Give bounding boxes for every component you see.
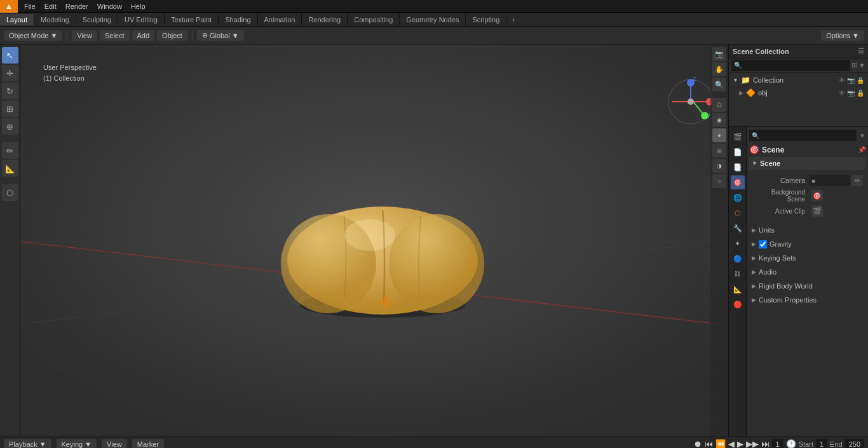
keying-sets-section[interactable]: ▶ Keying Sets: [749, 252, 865, 264]
menu-file[interactable]: File: [20, 1, 39, 11]
audio-section[interactable]: ▶ Audio: [749, 266, 865, 278]
menu-help[interactable]: Help: [127, 1, 149, 11]
tool-annotate[interactable]: ✏: [2, 142, 18, 159]
tab-uv-editing[interactable]: UV Editing: [118, 14, 165, 25]
tool-transform[interactable]: ⊕: [2, 118, 18, 135]
obj-lock-icon[interactable]: 🔒: [857, 90, 864, 97]
outliner-header: Scene Collection ☰: [729, 44, 868, 58]
props-render-icon[interactable]: 🎬: [731, 130, 745, 144]
camera-value[interactable]: ■: [809, 175, 850, 186]
outliner-filter-toggle[interactable]: ▼: [858, 62, 865, 69]
props-output-icon[interactable]: 📄: [731, 145, 745, 159]
obj-cam-icon[interactable]: 📷: [847, 90, 855, 97]
gravity-label: Gravity: [770, 240, 792, 248]
outliner-options-icon[interactable]: ⊞: [851, 61, 857, 69]
viewport-select-menu[interactable]: Select: [100, 31, 130, 41]
props-object-icon[interactable]: ⬡: [731, 206, 745, 220]
scene-section-header[interactable]: ▼ Scene: [749, 157, 865, 170]
end-value[interactable]: 250: [845, 439, 864, 449]
props-constraints-icon[interactable]: ⛓: [731, 267, 745, 281]
frame-current[interactable]: 1: [772, 439, 783, 449]
tool-measure[interactable]: 📐: [2, 160, 18, 177]
props-search-input[interactable]: 🔍: [749, 130, 857, 141]
tab-shading[interactable]: Shading: [219, 14, 257, 25]
props-material-icon[interactable]: 🔴: [731, 297, 745, 311]
tool-add-cube[interactable]: ⬡: [2, 184, 18, 201]
tab-geometry-nodes[interactable]: Geometry Nodes: [400, 14, 466, 25]
tab-scripting[interactable]: Scripting: [466, 14, 506, 25]
viewport-3d[interactable]: X Y Z User Perspective (1) Collection 📷 …: [20, 44, 728, 437]
viewport-add-menu[interactable]: Add: [132, 31, 155, 41]
play-btn[interactable]: ▶: [737, 439, 743, 448]
view-perspective-btn[interactable]: ⬡: [712, 98, 726, 112]
playback-menu[interactable]: Playback ▼: [4, 439, 51, 449]
view-render-btn[interactable]: ○: [712, 174, 726, 188]
menu-render[interactable]: Render: [62, 1, 92, 11]
view-wire-btn[interactable]: ◎: [712, 144, 726, 158]
transform-global[interactable]: ⊕ Global ▼: [197, 30, 244, 41]
view-camera-btn[interactable]: 📷: [712, 47, 726, 61]
jump-end-btn[interactable]: ⏭: [761, 439, 770, 448]
menu-window[interactable]: Window: [93, 1, 126, 11]
view-hand-btn[interactable]: ✋: [712, 62, 726, 76]
start-value[interactable]: 1: [816, 439, 827, 449]
options-button[interactable]: Options ▼: [821, 31, 864, 41]
record-btn[interactable]: ⏺: [694, 439, 702, 448]
custom-props-section[interactable]: ▶ Custom Properties: [749, 294, 865, 306]
props-world-icon[interactable]: 🌐: [731, 191, 745, 205]
keying-menu[interactable]: Keying ▼: [57, 439, 97, 449]
props-physics-icon[interactable]: 🔵: [731, 252, 745, 266]
tab-rendering[interactable]: Rendering: [302, 14, 348, 25]
background-scene-icon[interactable]: 🎯: [811, 190, 823, 201]
tab-animation[interactable]: Animation: [258, 14, 302, 25]
viewport-object-menu[interactable]: Object: [157, 31, 187, 41]
gravity-section[interactable]: ▶ Gravity: [749, 238, 865, 250]
viewport-view-menu[interactable]: View: [72, 31, 97, 41]
tool-cursor[interactable]: ↖: [2, 47, 18, 64]
units-section[interactable]: ▶ Units: [749, 224, 865, 236]
props-search-options[interactable]: ▼: [859, 132, 865, 139]
outliner-item-obj[interactable]: ▶ 🔶 obj 👁 📷 🔒: [729, 86, 868, 99]
props-sidebar: 🎬 📄 📑 🎯 🌐 ⬡ 🔧 ✦ 🔵 ⛓ 📐 🔴: [729, 127, 747, 437]
tool-scale[interactable]: ⊞: [2, 100, 18, 117]
tab-add[interactable]: +: [506, 14, 520, 25]
view-material-btn[interactable]: ◑: [712, 159, 726, 173]
view-local-btn[interactable]: ◉: [712, 113, 726, 127]
tab-sculpting[interactable]: Sculpting: [76, 14, 118, 25]
props-view-layer-icon[interactable]: 📑: [731, 160, 745, 174]
outliner-search[interactable]: [731, 60, 850, 71]
view-menu[interactable]: View: [102, 439, 127, 449]
active-clip-icon[interactable]: 🎬: [811, 205, 823, 217]
tab-modeling[interactable]: Modeling: [34, 14, 76, 25]
view-zoom-btn[interactable]: 🔍: [712, 78, 726, 92]
props-scene-icon[interactable]: 🎯: [731, 175, 745, 189]
rigid-body-section[interactable]: ▶ Rigid Body World: [749, 280, 865, 292]
view-solid-btn[interactable]: ●: [712, 128, 726, 142]
mode-selector[interactable]: Object Mode ▼: [4, 31, 62, 41]
step-fwd-frame-btn[interactable]: ▶▶: [746, 439, 759, 448]
collection-cam-icon[interactable]: 📷: [847, 77, 855, 84]
props-search-bar: 🔍 ▼: [749, 130, 865, 141]
marker-menu[interactable]: Marker: [132, 439, 164, 449]
props-particles-icon[interactable]: ✦: [731, 236, 745, 250]
tab-layout[interactable]: Layout: [0, 14, 34, 25]
props-data-icon[interactable]: 📐: [731, 282, 745, 296]
camera-edit-icon[interactable]: ✏: [851, 175, 863, 186]
step-back-btn[interactable]: ⏪: [715, 439, 726, 448]
outliner-item-collection[interactable]: ▼ 📁 Collection 👁 📷 🔒: [729, 74, 868, 86]
props-scene-title: Scene: [762, 146, 784, 154]
tool-move[interactable]: ✛: [2, 65, 18, 81]
menu-edit[interactable]: Edit: [41, 1, 60, 11]
collection-lock-icon[interactable]: 🔒: [857, 77, 864, 84]
collection-vis-icon[interactable]: 👁: [839, 77, 845, 84]
step-back-frame-btn[interactable]: ◀: [728, 439, 735, 448]
obj-vis-icon[interactable]: 👁: [839, 90, 845, 97]
gravity-checkbox[interactable]: [759, 240, 767, 248]
tab-compositing[interactable]: Compositing: [348, 14, 400, 25]
props-modifier-icon[interactable]: 🔧: [731, 221, 745, 235]
jump-start-btn[interactable]: ⏮: [705, 439, 713, 448]
outliner-filter-icon[interactable]: ☰: [858, 47, 864, 55]
props-pin-icon[interactable]: 📌: [858, 146, 865, 153]
tab-texture-paint[interactable]: Texture Paint: [165, 14, 219, 25]
tool-rotate[interactable]: ↻: [2, 83, 18, 99]
